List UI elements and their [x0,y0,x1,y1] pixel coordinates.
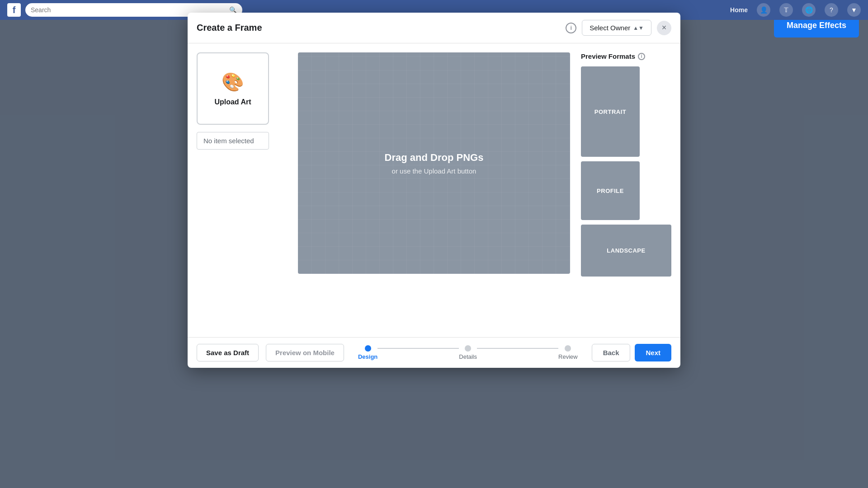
user-icon-btn[interactable]: 👤 [757,3,770,17]
modal-footer: Save as Draft Preview on Mobile Design D… [188,337,680,368]
fb-logo: f [7,3,21,17]
left-panel: 🎨 Upload Art No item selected [197,52,287,328]
footer-right-buttons: Back Next [592,344,671,361]
landscape-format-card: LANDSCAPE [581,225,671,277]
step-review-label: Review [558,353,578,360]
profile-format-card: PROFILE [581,161,640,220]
step-line-1 [377,348,459,349]
create-frame-modal: Create a Frame i Select Owner ▲▼ × 🎨 Upl… [188,13,680,368]
help-icon-btn[interactable]: ? [825,3,838,17]
step-review: Review [558,345,578,360]
modal-body: 🎨 Upload Art No item selected Drag and D… [188,43,680,337]
step-details-dot [465,345,471,352]
select-owner-label: Select Owner [590,24,630,32]
twitter-icon-btn[interactable]: 𝕋 [779,3,793,17]
info-icon[interactable]: i [566,23,576,33]
step-design-dot [365,345,371,352]
step-design-label: Design [358,353,377,360]
palette-icon: 🎨 [222,71,244,93]
drop-zone-subtitle: or use the Upload Art button [392,167,476,175]
globe-icon-btn[interactable]: 🌐 [802,3,816,17]
no-item-selected-badge: No item selected [197,132,269,150]
nav-right-section: Home 👤 𝕋 🌐 ? ▼ [730,3,861,17]
back-button[interactable]: Back [592,344,631,361]
next-button[interactable]: Next [635,344,671,361]
preview-mobile-button[interactable]: Preview on Mobile [266,344,344,361]
modal-close-button[interactable]: × [657,21,671,35]
preview-info-icon[interactable]: i [638,53,645,60]
step-review-dot [565,345,571,352]
step-design: Design [358,345,377,360]
drop-zone-title: Drag and Drop PNGs [385,152,484,164]
save-draft-button[interactable]: Save as Draft [197,344,259,361]
right-panel: Preview Formats i PORTRAIT PROFILE LANDS… [581,52,671,328]
step-details: Details [459,345,477,360]
preview-formats-header: Preview Formats i [581,52,671,60]
modal-title: Create a Frame [197,23,560,33]
select-owner-arrow-icon: ▲▼ [633,25,644,31]
step-details-label: Details [459,353,477,360]
modal-header: Create a Frame i Select Owner ▲▼ × [188,13,680,43]
step-line-2 [477,348,558,349]
portrait-format-card: PORTRAIT [581,66,640,157]
upload-art-label: Upload Art [214,98,251,106]
steps-container: Design Details Review [351,345,585,360]
preview-formats-label: Preview Formats [581,52,635,60]
home-link[interactable]: Home [730,6,748,14]
center-area: Drag and Drop PNGs or use the Upload Art… [298,52,570,328]
format-cards: PORTRAIT PROFILE LANDSCAPE [581,66,671,277]
upload-art-button[interactable]: 🎨 Upload Art [197,52,269,125]
select-owner-button[interactable]: Select Owner ▲▼ [582,20,651,36]
account-chevron-btn[interactable]: ▼ [847,3,861,17]
drop-zone[interactable]: Drag and Drop PNGs or use the Upload Art… [298,52,570,274]
